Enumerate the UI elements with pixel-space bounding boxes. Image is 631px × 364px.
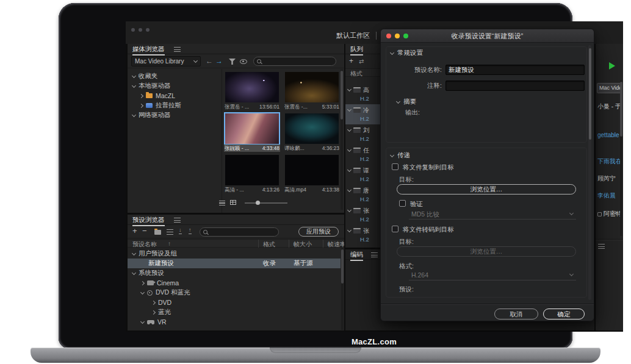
clip-label[interactable]: 张震岳 - ...13:56:01	[224, 103, 280, 110]
preset-group-system[interactable]: 系统预设	[128, 268, 341, 278]
chevron-down-icon[interactable]	[132, 251, 136, 255]
back-arrow-icon[interactable]: ←	[206, 56, 213, 66]
remove-preset-icon[interactable]: −	[142, 226, 147, 237]
chevron-down-icon[interactable]	[347, 188, 352, 192]
grid-view-icon[interactable]	[230, 200, 236, 205]
chevron-right-icon[interactable]	[151, 310, 156, 314]
column-preset-name[interactable]: 预设名称	[132, 240, 157, 249]
eye-icon[interactable]	[240, 59, 247, 64]
export-preset-icon[interactable]: ↑	[189, 227, 192, 234]
import-preset-icon[interactable]: ↓	[179, 227, 182, 234]
project-item[interactable]: gettable	[597, 132, 619, 138]
preset-search-input[interactable]	[210, 229, 276, 236]
project-item[interactable]: 阿密特	[597, 210, 622, 218]
workspace-tab[interactable]: 默认工作区	[336, 32, 377, 40]
clip-thumbnail[interactable]	[285, 113, 339, 144]
clip-thumbnail-selected[interactable]	[225, 113, 279, 144]
queue-row[interactable]: 张H.2	[345, 205, 380, 225]
forward-arrow-icon[interactable]: →	[215, 56, 223, 66]
column-format[interactable]: 格式	[263, 240, 275, 249]
source-dropdown[interactable]: Mac Video Library	[131, 56, 201, 66]
preset-row-vr[interactable]: VR	[128, 317, 341, 327]
panel-menu-icon[interactable]	[174, 218, 181, 223]
queue-row[interactable]: 刘H.2	[345, 124, 380, 145]
queue-row-selected[interactable]: 冷H.2	[345, 104, 380, 124]
clip-label-selected[interactable]: 张靓颖 - ...4:33:48	[224, 145, 280, 152]
chevron-right-icon[interactable]	[139, 103, 143, 107]
panel-menu-icon[interactable]	[174, 47, 181, 52]
scrollbar-thumb[interactable]	[341, 249, 344, 284]
queue-row[interactable]: 张H.2	[345, 225, 380, 245]
preset-row-bluray[interactable]: 蓝光	[128, 307, 341, 317]
tree-item-favorites[interactable]: 收藏夹	[132, 72, 158, 80]
chevron-down-icon[interactable]	[347, 228, 352, 232]
general-section-header[interactable]: 常规设置	[391, 49, 423, 57]
tree-item-laplace-drive[interactable]: 拉普拉斯	[140, 101, 181, 110]
project-item[interactable]: 李佑晨	[597, 191, 616, 200]
clip-thumbnail[interactable]	[225, 155, 279, 185]
window-controls[interactable]	[131, 28, 150, 32]
ok-button[interactable]: 确定	[543, 309, 585, 319]
list-view-icon[interactable]	[219, 201, 225, 205]
panel-menu-icon[interactable]	[371, 252, 378, 258]
chevron-down-icon[interactable]	[347, 168, 352, 172]
copy-to-destination-checkbox[interactable]	[392, 163, 398, 170]
tree-item-maczl[interactable]: MacZL	[140, 91, 175, 100]
chevron-right-icon[interactable]	[140, 280, 145, 285]
tree-item-network-drives[interactable]: 网络驱动器	[132, 111, 171, 120]
clip-thumbnail[interactable]	[285, 72, 339, 102]
chevron-down-icon[interactable]	[140, 319, 145, 323]
add-preset-icon[interactable]: +	[132, 226, 137, 237]
chevron-down-icon[interactable]	[347, 87, 352, 91]
tab-encoder[interactable]: 编码	[350, 251, 363, 261]
project-item[interactable]: 顾芮宁	[597, 174, 616, 183]
chevron-down-icon[interactable]	[132, 270, 136, 274]
cancel-button[interactable]: 取消	[494, 309, 538, 319]
browse-location-button[interactable]: 浏览位置…	[397, 184, 576, 194]
transfer-section-header[interactable]: 传递	[391, 151, 410, 160]
chevron-down-icon[interactable]	[347, 107, 352, 112]
play-icon[interactable]	[609, 62, 615, 70]
filter-funnel-icon[interactable]	[229, 59, 236, 65]
chevron-down-icon[interactable]	[347, 148, 352, 152]
summary-section-header[interactable]: 摘要	[397, 98, 416, 106]
preset-row-new-preset[interactable]: 新建预设 收录 基于源	[128, 259, 341, 268]
queue-row[interactable]: 任H.2	[345, 145, 380, 165]
preset-row-dvd-bluray[interactable]: DVD 和蓝光	[128, 288, 341, 298]
sort-ascending-icon[interactable]: ↑	[168, 240, 171, 247]
chevron-right-icon[interactable]	[151, 300, 156, 304]
project-item[interactable]: 下雨我在	[597, 157, 622, 166]
clip-thumbnail[interactable]	[225, 72, 279, 102]
apply-preset-button[interactable]: 应用预设	[298, 227, 339, 237]
tab-media-browser[interactable]: 媒体浏览器	[132, 45, 165, 55]
chevron-down-icon[interactable]	[132, 112, 136, 116]
media-search-input[interactable]	[264, 58, 333, 65]
clip-label[interactable]: 谭咏麟...4:36:23	[284, 145, 340, 152]
chevron-down-icon[interactable]	[132, 73, 136, 77]
project-item[interactable]: 小曼 - 于	[597, 102, 621, 111]
clip-thumbnail[interactable]	[285, 155, 339, 185]
queue-row[interactable]: 谭H.2	[345, 165, 380, 185]
minimize-dot-icon[interactable]	[139, 28, 142, 32]
tab-queue[interactable]: 队列	[350, 45, 363, 55]
queue-row[interactable]: 唐H.2	[345, 185, 380, 205]
chevron-down-icon[interactable]	[390, 152, 394, 157]
settings-sliders-icon[interactable]	[167, 229, 173, 235]
add-source-icon[interactable]: +	[349, 55, 353, 66]
chevron-down-icon[interactable]	[347, 127, 352, 132]
preset-group-user[interactable]: 用户预设及组	[128, 249, 341, 259]
swap-icon[interactable]: ⇄	[359, 56, 364, 67]
clip-label[interactable]: 张震岳 -...5:33:01	[284, 103, 340, 110]
close-dot-icon[interactable]	[131, 28, 135, 32]
zoom-slider-knob[interactable]	[256, 201, 260, 205]
scrollbar-thumb[interactable]	[589, 48, 591, 140]
project-source-box[interactable]: Mac Vide	[597, 83, 622, 93]
scrollbar-thumb[interactable]	[341, 71, 343, 120]
preset-name-input[interactable]	[445, 65, 585, 75]
verify-checkbox[interactable]	[399, 200, 406, 207]
chevron-right-icon[interactable]	[139, 93, 143, 98]
scrollbar-thumb[interactable]	[620, 82, 622, 137]
chevron-down-icon[interactable]	[390, 50, 394, 54]
tree-item-local-drives[interactable]: 本地驱动器	[132, 82, 171, 90]
clip-label[interactable]: 高清 - ...4:13:26	[224, 186, 280, 193]
